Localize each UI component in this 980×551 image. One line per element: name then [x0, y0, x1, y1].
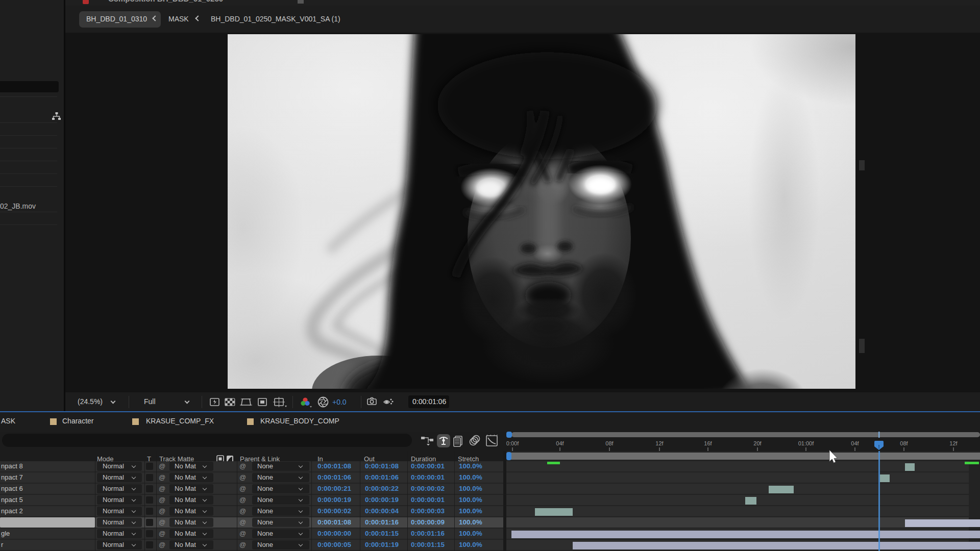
svg-text:20f: 20f: [753, 440, 762, 446]
svg-text:08f: 08f: [900, 440, 908, 446]
svg-text:+0.0: +0.0: [332, 398, 347, 406]
svg-text:01:00f: 01:00f: [798, 440, 815, 446]
svg-text:04f: 04f: [556, 440, 564, 446]
svg-text:12f: 12f: [949, 440, 958, 446]
svg-text:16f: 16f: [704, 440, 712, 446]
svg-text:12f: 12f: [655, 440, 664, 446]
svg-text:08f: 08f: [605, 440, 614, 446]
svg-text:0:00f: 0:00f: [506, 440, 519, 446]
svg-text:04f: 04f: [851, 440, 859, 446]
